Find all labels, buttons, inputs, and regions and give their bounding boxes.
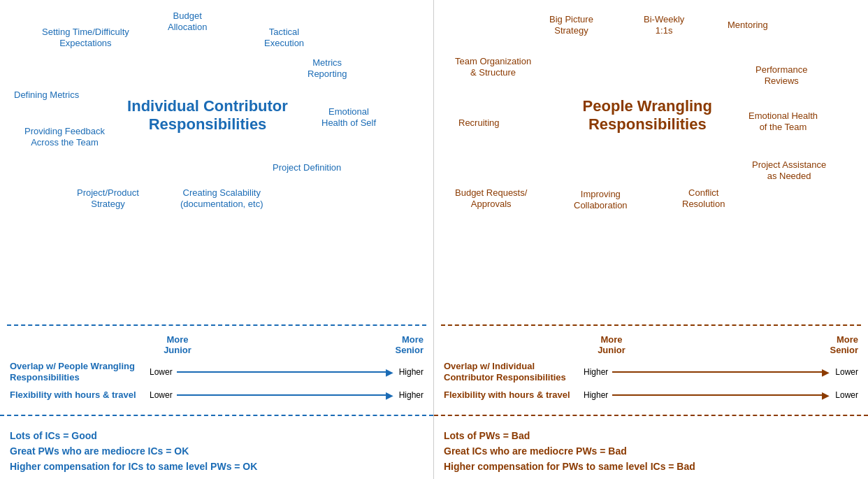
right-word-cloud: People Wrangling Responsibilities Big Pi… [441, 7, 861, 224]
right-bottom-divider [434, 415, 868, 416]
right-word-Bi-Weekly-1:1s: Bi-Weekly 1:1s [644, 14, 684, 36]
left-panel: Individual Contributor Responsibilities … [0, 0, 434, 479]
right-word-Recruiting: Recruiting [458, 117, 500, 129]
left-main-title: Individual Contributor Responsibilities [117, 97, 298, 134]
right-summary-1: Lots of PWs = Bad [444, 430, 858, 441]
left-arrow-1-container: Lower Higher [150, 367, 424, 377]
left-bottom-divider [0, 415, 433, 416]
right-main-title: People Wrangling Responsibilities [556, 97, 738, 134]
right-summary: Lots of PWs = Bad Great ICs who are medi… [434, 420, 868, 479]
right-word-Big-Picture-Strategy: Big Picture Strategy [549, 14, 593, 36]
right-arrow-2-to: Lower [835, 390, 858, 400]
right-labels-row: More Junior More Senior [444, 330, 858, 357]
right-arrow-section: More Junior More Senior Overlap w/ Indiv… [434, 326, 868, 412]
right-arrow-2-container: Higher Lower [584, 390, 858, 400]
left-more-senior: More Senior [368, 334, 424, 355]
right-more-senior: More Senior [802, 334, 858, 355]
left-word-Budget-Allocation: Budget Allocation [168, 10, 207, 32]
right-arrow-1-from: Higher [584, 367, 608, 377]
right-word-Performance-Reviews: Performance Reviews [755, 64, 807, 86]
left-arrow-1-from: Lower [150, 367, 173, 377]
right-arrow-1-label: Overlap w/ Individual Contributor Respon… [444, 361, 584, 383]
right-arrow-row-2: Flexibility with hours & travel Higher L… [444, 389, 858, 401]
right-word-Budget-Requests/-App: Budget Requests/ Approvals [455, 187, 527, 209]
left-word-Emotional-Health-of-: Emotional Health of Self [321, 106, 376, 128]
left-word-Providing-Feedback-A: Providing Feedback Across the Team [24, 126, 105, 148]
left-summary-1: Lots of ICs = Good [10, 430, 424, 441]
right-arrow-2-label: Flexibility with hours & travel [444, 389, 584, 401]
left-arrow-2-to: Higher [399, 390, 424, 400]
left-word-cloud-section: Individual Contributor Responsibilities … [0, 0, 433, 324]
right-word-Emotional-Health-of-: Emotional Health of the Team [748, 110, 818, 132]
left-word-Creating-Scalability: Creating Scalability (documentation, etc… [180, 187, 263, 209]
right-panel: People Wrangling Responsibilities Big Pi… [434, 0, 868, 479]
left-summary: Lots of ICs = Good Great PWs who are med… [0, 420, 433, 479]
left-arrow-1-label: Overlap w/ People Wrangling Responsibili… [10, 361, 150, 383]
left-word-Metrics-Reporting: Metrics Reporting [308, 57, 347, 79]
right-arrow-2-from: Higher [584, 390, 608, 400]
left-arrow-2-container: Lower Higher [150, 390, 424, 400]
left-arrow-2-line [177, 394, 388, 396]
left-arrow-2-from: Lower [150, 390, 173, 400]
left-summary-3: Higher compensation for ICs to same leve… [10, 461, 424, 472]
right-word-cloud-section: People Wrangling Responsibilities Big Pi… [434, 0, 868, 324]
left-arrow-row-2: Flexibility with hours & travel Lower Hi… [10, 389, 424, 401]
left-word-Project/Product-Stra: Project/Product Strategy [77, 187, 139, 209]
left-word-Project-Definition: Project Definition [273, 162, 341, 173]
right-arrow-1-container: Higher Lower [584, 367, 858, 377]
right-arrow-2-line [612, 394, 824, 396]
left-arrow-2-label: Flexibility with hours & travel [10, 389, 150, 401]
right-arrow-1-line [612, 371, 824, 373]
right-summary-3: Higher compensation for PWs to same leve… [444, 461, 858, 472]
right-arrow-1-to: Lower [835, 367, 858, 377]
left-arrow-1-to: Higher [399, 367, 424, 377]
right-word-Conflict-Resolution: Conflict Resolution [682, 187, 725, 209]
right-word-Project-Assistance-a: Project Assistance as Needed [752, 159, 826, 181]
right-more-junior: More Junior [584, 334, 639, 355]
right-word-Mentoring: Mentoring [728, 20, 768, 31]
right-arrow-row-1: Overlap w/ Individual Contributor Respon… [444, 361, 858, 383]
left-word-Tactical-Execution: Tactical Execution [264, 27, 304, 48]
right-word-Team-Organization-&-: Team Organization & Structure [455, 56, 531, 78]
left-arrow-row-1: Overlap w/ People Wrangling Responsibili… [10, 361, 424, 383]
right-word-Improving-Collaborat: Improving Collaboration [574, 189, 628, 210]
left-more-junior: More Junior [150, 334, 205, 355]
left-word-cloud: Individual Contributor Responsibilities … [7, 7, 426, 224]
left-word-Setting-Time/Difficu: Setting Time/Difficulty Expectations [42, 27, 129, 48]
left-word-Defining-Metrics: Defining Metrics [14, 90, 79, 101]
left-labels-row: More Junior More Senior [10, 330, 424, 357]
left-arrow-section: More Junior More Senior Overlap w/ Peopl… [0, 326, 433, 412]
left-summary-2: Great PWs who are mediocre ICs = OK [10, 445, 424, 457]
left-arrow-1-line [177, 371, 388, 373]
right-summary-2: Great ICs who are mediocre PWs = Bad [444, 445, 858, 457]
